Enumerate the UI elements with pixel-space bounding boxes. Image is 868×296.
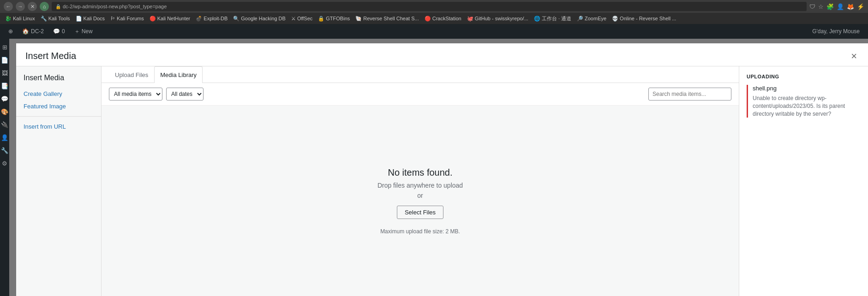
- bookmark-icon: 🔒: [318, 16, 324, 22]
- max-size-text: Maximum upload file size: 2 MB.: [377, 228, 463, 235]
- bookmark-icon: 🏳: [110, 16, 115, 21]
- bookmark-icon: 🔎: [577, 16, 583, 22]
- site-name-button[interactable]: 🏠 DC-2: [18, 24, 48, 39]
- bookmark-item[interactable]: 💀Online - Reverse Shell ...: [610, 15, 678, 23]
- bookmark-label: CrackStation: [432, 16, 461, 21]
- bookmark-label: Kali Forums: [117, 16, 144, 21]
- bookmark-label: Exploit-DB: [204, 16, 227, 21]
- browser-chrome: ← → ✕ ⌂ 🔒 dc-2/wp-admin/post-new.php?pos…: [0, 0, 868, 24]
- bookmark-label: GTFOBins: [326, 16, 350, 21]
- bookmark-star-icon[interactable]: ☆: [818, 3, 824, 10]
- user-greeting: G'day, Jerry Mouse: [808, 28, 864, 35]
- sidebar-media-icon[interactable]: 🖼: [0, 68, 9, 77]
- bookmark-item[interactable]: 🔧Kali Tools: [38, 15, 72, 23]
- modal-body: Insert Media Create Gallery Featured Ima…: [16, 66, 868, 296]
- bookmark-item[interactable]: 💣Exploit-DB: [193, 15, 230, 23]
- bookmark-item[interactable]: 🔒GTFOBins: [316, 15, 352, 23]
- address-text: dc-2/wp-admin/post-new.php?post_type=pag…: [63, 4, 167, 9]
- extensions-icon[interactable]: 🧩: [826, 3, 834, 10]
- modal-sidebar: Insert Media Create Gallery Featured Ima…: [16, 66, 102, 296]
- upload-panel: UPLOADING shell.png Unable to create dir…: [739, 66, 868, 296]
- menu-icon[interactable]: ⚡: [857, 3, 864, 10]
- bookmark-label: 工作台 · 通道: [542, 15, 571, 22]
- bookmark-icon: 📄: [76, 16, 82, 22]
- upload-item: shell.png Unable to create directory wp-…: [747, 85, 861, 118]
- plus-icon: ＋: [74, 28, 80, 36]
- upload-drop-area[interactable]: No items found. Drop files anywhere to u…: [102, 106, 739, 296]
- bookmark-label: Kali NetHunter: [157, 16, 191, 21]
- back-button[interactable]: ←: [4, 2, 13, 11]
- comment-count: 0: [62, 28, 65, 35]
- modal-tabs: Upload Files Media Library: [102, 66, 739, 83]
- bookmark-icon: 💀: [612, 16, 618, 22]
- filter-bar: All media items All dates: [102, 83, 739, 106]
- bookmark-item[interactable]: 🔍Google Hacking DB: [231, 15, 288, 23]
- shield-icon[interactable]: 🛡: [809, 3, 815, 10]
- browser-nav: ← → ✕ ⌂ 🔒 dc-2/wp-admin/post-new.php?pos…: [0, 0, 868, 13]
- forward-button[interactable]: →: [16, 2, 25, 11]
- site-name: DC-2: [31, 28, 44, 35]
- bookmark-icon: 🔍: [233, 16, 239, 22]
- new-label: New: [82, 28, 93, 35]
- date-filter[interactable]: All dates: [166, 88, 204, 101]
- address-bar[interactable]: 🔒 dc-2/wp-admin/post-new.php?post_type=p…: [52, 2, 807, 11]
- bookmark-item[interactable]: 🔴CrackStation: [422, 15, 464, 23]
- wp-admin-bar: ⊕ 🏠 DC-2 💬 0 ＋ New G'day, Jerry Mouse: [0, 24, 868, 39]
- modal-sidebar-title: Insert Media: [16, 74, 101, 88]
- bookmark-item[interactable]: 🔎ZoomEye: [575, 15, 609, 23]
- fox-icon[interactable]: 🦊: [847, 3, 854, 10]
- upload-dropzone: No items found. Drop files anywhere to u…: [377, 167, 463, 235]
- comments-button[interactable]: 💬 0: [48, 24, 70, 39]
- sidebar-settings-icon[interactable]: ⚙: [0, 159, 9, 168]
- home-button[interactable]: ⌂: [40, 2, 49, 11]
- bookmark-icon: 🔧: [41, 16, 47, 22]
- bookmark-item[interactable]: 📄Kali Docs: [73, 15, 107, 23]
- sidebar-dashboard-icon[interactable]: ⊞: [0, 42, 9, 52]
- sidebar-appearance-icon[interactable]: 🎨: [0, 107, 9, 116]
- select-files-button[interactable]: Select Files: [397, 206, 443, 219]
- bookmark-item[interactable]: 🔴Kali NetHunter: [147, 15, 193, 23]
- bookmark-item[interactable]: 🐙GitHub - swisskyrepo/...: [465, 15, 531, 23]
- sidebar-pages-icon[interactable]: 📑: [0, 81, 9, 90]
- bookmark-item[interactable]: ⚔OffSec: [289, 15, 315, 23]
- bookmark-item[interactable]: 🐉Kali Linux: [3, 15, 37, 23]
- bookmark-icon: 🐉: [5, 16, 12, 22]
- bookmark-item[interactable]: 🐚Reverse Shell Cheat S...: [353, 15, 421, 23]
- new-content-button[interactable]: ＋ New: [70, 24, 97, 39]
- bookmarks-bar: 🐉Kali Linux🔧Kali Tools📄Kali Docs🏳Kali Fo…: [0, 13, 868, 24]
- bookmark-icon: 💣: [196, 16, 202, 22]
- sidebar-plugins-icon[interactable]: 🔌: [0, 120, 9, 129]
- sidebar-comments-icon[interactable]: 💬: [0, 94, 9, 103]
- nav-icons: 🛡 ☆ 🧩 👤 🦊 ⚡: [809, 3, 864, 10]
- sidebar-tools-icon[interactable]: 🔧: [0, 146, 9, 155]
- bookmark-label: ZoomEye: [585, 16, 606, 21]
- profile-icon[interactable]: 👤: [837, 3, 844, 10]
- featured-image-link[interactable]: Featured Image: [16, 100, 101, 112]
- sidebar-posts-icon[interactable]: 📄: [0, 55, 9, 65]
- search-input[interactable]: [648, 88, 731, 101]
- create-gallery-link[interactable]: Create Gallery: [16, 88, 101, 100]
- sidebar-divider: [16, 116, 101, 117]
- reload-button[interactable]: ✕: [28, 2, 37, 11]
- lock-icon: 🔒: [55, 4, 61, 9]
- tab-upload-files[interactable]: Upload Files: [109, 66, 154, 83]
- or-text: or: [377, 192, 463, 199]
- media-type-filter[interactable]: All media items: [109, 88, 162, 101]
- bookmark-label: Kali Docs: [84, 16, 105, 21]
- modal-overlay: Insert Media × Insert Media Create Galle…: [9, 39, 868, 296]
- insert-from-url-link[interactable]: Insert from URL: [16, 120, 101, 133]
- tab-media-library[interactable]: Media Library: [154, 66, 203, 83]
- drop-text: Drop files anywhere to upload: [377, 182, 463, 189]
- modal-header: Insert Media ×: [16, 43, 868, 66]
- wp-logo-button[interactable]: ⊕: [4, 24, 18, 39]
- home-icon: 🏠: [22, 28, 29, 35]
- modal-close-button[interactable]: ×: [849, 51, 859, 61]
- sidebar-users-icon[interactable]: 👤: [0, 133, 9, 142]
- upload-item-error: Unable to create directory wp-content/up…: [753, 95, 861, 118]
- bookmark-item[interactable]: 🏳Kali Forums: [108, 15, 146, 22]
- main-layout: ⊞ 📄 🖼 📑 💬 🎨 🔌 👤 🔧 ⚙ Insert Media × Inser…: [0, 39, 868, 296]
- uploading-title: UPLOADING: [747, 74, 861, 79]
- wp-icon: ⊕: [8, 28, 13, 35]
- bookmark-item[interactable]: 🌐工作台 · 通道: [532, 14, 574, 23]
- bookmark-icon: 🌐: [534, 16, 540, 22]
